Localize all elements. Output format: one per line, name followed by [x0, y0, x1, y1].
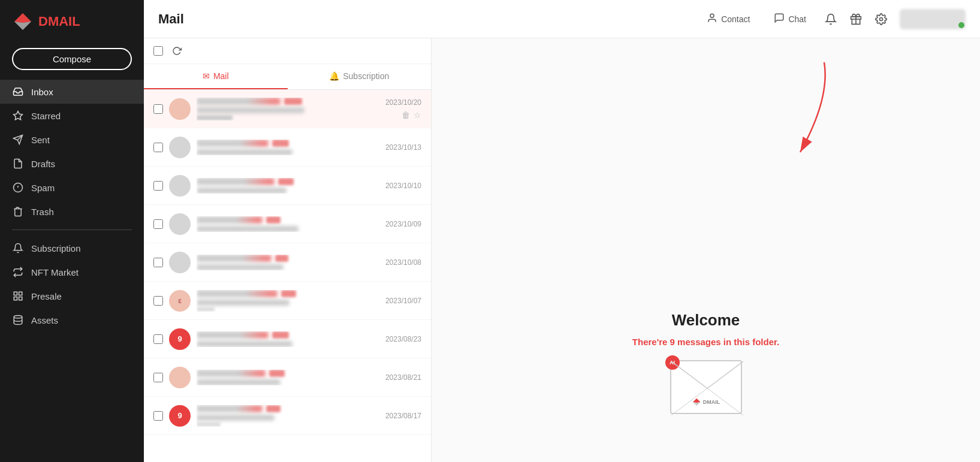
sidebar-item-nft-label: NFT Market [31, 267, 79, 277]
envelope-logo: DMAIL [692, 397, 720, 407]
compose-button[interactable]: Compose [12, 48, 132, 70]
delete-mail-icon[interactable]: 🗑 [402, 110, 410, 120]
avatar [169, 137, 191, 158]
mail-date-col: 2023/08/23 [385, 335, 421, 343]
avatar: 9 [169, 405, 191, 427]
mail-date: 2023/10/10 [385, 182, 421, 190]
mail-toolbar [144, 38, 431, 64]
avatar: ε [169, 290, 191, 312]
svg-rect-11 [19, 297, 22, 300]
mail-item[interactable]: 2023/10/10 [144, 167, 431, 205]
tag2-blur [197, 307, 215, 312]
preview-panel: Welcome There're 9 messages in this fold… [432, 38, 980, 462]
content-area: ✉ Mail 🔔 Subscription [144, 38, 980, 462]
tag-blur [272, 140, 289, 147]
tag-blur [275, 255, 288, 262]
mail-item[interactable]: 2023/10/13 [144, 128, 431, 167]
mail-date-col: 2023/08/21 [385, 373, 421, 382]
mail-date: 2023/08/21 [385, 373, 421, 382]
mail-item-checkbox[interactable] [153, 334, 163, 344]
gift-icon[interactable] [849, 13, 863, 26]
mail-date-col: 2023/10/09 [385, 220, 421, 228]
sidebar-item-sent[interactable]: Sent [0, 128, 144, 152]
svg-marker-20 [693, 402, 700, 406]
mail-item-checkbox[interactable] [153, 104, 163, 114]
presale-icon [12, 290, 24, 302]
mail-body [197, 405, 379, 427]
mail-item[interactable]: 2023/10/08 [144, 243, 431, 282]
mail-date: 2023/08/23 [385, 335, 421, 343]
sidebar-item-starred-label: Starred [31, 111, 61, 121]
mail-item[interactable]: 2023/10/20 🗑 ☆ [144, 90, 431, 128]
sidebar-item-assets[interactable]: Assets [0, 308, 144, 332]
settings-icon[interactable] [875, 13, 888, 26]
sender-blur [197, 331, 269, 339]
tab-mail[interactable]: ✉ Mail [144, 64, 288, 89]
sidebar-item-trash-label: Trash [31, 207, 54, 217]
mail-item[interactable]: 9 2023/08/23 [144, 320, 431, 358]
avatar [169, 98, 191, 120]
sidebar-item-spam-label: Spam [31, 183, 55, 193]
mail-list: 2023/10/20 🗑 ☆ [144, 90, 431, 462]
sender-blur [197, 405, 263, 412]
mail-date-col: 2023/10/20 🗑 ☆ [385, 98, 421, 120]
welcome-desc: There're 9 messages in this folder. [632, 337, 779, 347]
mail-body [197, 140, 379, 155]
welcome-title: Welcome [672, 311, 740, 330]
chat-icon [774, 13, 785, 25]
mail-item-checkbox[interactable] [153, 296, 163, 306]
sidebar-item-presale[interactable]: Presale [0, 284, 144, 308]
sidebar-item-trash[interactable]: Trash [0, 200, 144, 224]
subject-blur [197, 188, 287, 194]
envelope-illustration: AI [670, 360, 742, 414]
svg-marker-2 [14, 22, 31, 30]
mail-body [197, 216, 379, 232]
star-mail-icon[interactable]: ☆ [414, 110, 421, 120]
sidebar-item-subscription[interactable]: Subscription [0, 236, 144, 260]
subscription-tab-icon: 🔔 [329, 71, 339, 81]
avatar [169, 213, 191, 235]
mail-item-checkbox[interactable] [153, 143, 163, 152]
chat-button[interactable]: Chat [768, 9, 812, 29]
sidebar-item-sent-label: Sent [31, 135, 50, 145]
refresh-icon[interactable] [170, 44, 183, 58]
sidebar-item-drafts[interactable]: Drafts [0, 152, 144, 176]
svg-rect-9 [14, 292, 17, 295]
mail-item-checkbox[interactable] [153, 219, 163, 229]
sidebar-nav: Inbox Starred Sent [0, 80, 144, 332]
mail-item[interactable]: 9 2023/08/17 [144, 397, 431, 435]
sender-blur [197, 140, 269, 147]
mail-item-checkbox[interactable] [153, 181, 163, 191]
avatar: 9 [169, 328, 191, 350]
mail-item-checkbox[interactable] [153, 411, 163, 421]
subject-blur [197, 226, 298, 232]
mail-item[interactable]: 2023/10/09 [144, 205, 431, 243]
mail-item[interactable]: 2023/08/21 [144, 358, 431, 397]
star-icon [12, 110, 24, 122]
mail-date-col: 2023/10/13 [385, 143, 421, 152]
mail-item-checkbox[interactable] [153, 258, 163, 267]
svg-rect-12 [14, 297, 17, 300]
notification-icon[interactable] [824, 13, 837, 26]
sidebar-item-starred[interactable]: Starred [0, 104, 144, 128]
svg-point-17 [880, 17, 883, 20]
mail-panel: ✉ Mail 🔔 Subscription [144, 38, 432, 462]
avatar [169, 175, 191, 197]
mail-item-checkbox[interactable] [153, 373, 163, 382]
mail-body [197, 255, 379, 270]
logo-text: DMAIL [38, 14, 80, 29]
profile-area[interactable] [900, 9, 966, 29]
select-all-checkbox[interactable] [153, 46, 163, 56]
sidebar: DMAIL Compose Inbox Starred [0, 0, 144, 462]
tag-blur [269, 370, 285, 377]
sidebar-item-spam[interactable]: Spam [0, 176, 144, 200]
sidebar-item-inbox[interactable]: Inbox [0, 80, 144, 104]
sidebar-item-nft-market[interactable]: NFT Market [0, 260, 144, 284]
mail-tab-icon: ✉ [203, 71, 210, 81]
tag-blur [266, 405, 281, 412]
mail-date-col: 2023/10/10 [385, 182, 421, 190]
profile-button[interactable] [900, 9, 966, 29]
tab-subscription[interactable]: 🔔 Subscription [288, 64, 432, 89]
contact-button[interactable]: Contact [701, 9, 756, 29]
mail-item[interactable]: ε 2023/10/07 [144, 282, 431, 320]
